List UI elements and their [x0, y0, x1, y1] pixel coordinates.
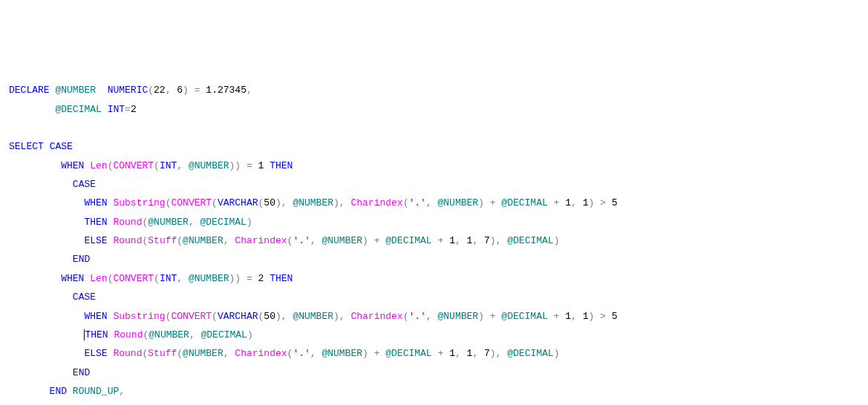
keyword-when: WHEN — [61, 160, 84, 171]
string-literal: '.' — [293, 348, 310, 359]
keyword-select: SELECT — [9, 141, 44, 152]
keyword-end: END — [50, 386, 67, 397]
code-line: WHEN Len(CONVERT(INT, @NUMBER)) = 1 THEN — [9, 160, 293, 171]
code-line: ELSE Round(Stuff(@NUMBER, Charindex('.',… — [9, 348, 559, 359]
number-literal: 1 — [565, 311, 571, 322]
comma: , — [455, 235, 461, 246]
close-paren: ) — [362, 235, 368, 246]
comma: , — [177, 160, 183, 171]
comma: , — [310, 235, 316, 246]
func-charindex: Charindex — [235, 235, 287, 246]
open-paren: ( — [212, 197, 218, 208]
comma: , — [426, 311, 432, 322]
variable-decimal: @DECIMAL — [501, 197, 547, 208]
variable-decimal: @DECIMAL — [385, 348, 431, 359]
plus-operator: + — [374, 348, 380, 359]
comma: , — [455, 348, 461, 359]
func-len: Len — [90, 273, 107, 284]
variable-decimal: @DECIMAL — [507, 235, 553, 246]
plus-operator: + — [554, 197, 560, 208]
close-paren: ) — [490, 348, 496, 359]
number-literal: 50 — [264, 311, 275, 322]
comma: , — [310, 348, 316, 359]
func-convert: CONVERT — [113, 273, 154, 284]
variable-number: @NUMBER — [322, 348, 362, 359]
variable-number: @NUMBER — [183, 235, 223, 246]
keyword-then: THEN — [270, 160, 293, 171]
close-paren: ) — [333, 311, 339, 322]
number-literal: 1 — [258, 160, 264, 171]
variable-number: @NUMBER — [322, 235, 362, 246]
variable-decimal: @DECIMAL — [201, 329, 247, 340]
alias-round-up: ROUND_UP — [73, 386, 119, 397]
keyword-when: WHEN — [84, 197, 107, 208]
variable-decimal: @DECIMAL — [385, 235, 431, 246]
number-literal: 2 — [258, 273, 264, 284]
keyword-when: WHEN — [61, 273, 84, 284]
comma: , — [223, 235, 229, 246]
plus-operator: + — [490, 197, 496, 208]
type-varchar: VARCHAR — [218, 311, 258, 322]
type-int: INT — [160, 273, 177, 284]
func-stuff: Stuff — [148, 348, 177, 359]
variable-number: @NUMBER — [149, 329, 189, 340]
open-paren: ( — [148, 85, 154, 96]
equals-operator: = — [125, 104, 131, 115]
func-convert: CONVERT — [171, 311, 212, 322]
comma: , — [166, 85, 172, 96]
close-paren: ) — [247, 217, 252, 228]
func-round: Round — [113, 217, 142, 228]
comma: , — [496, 348, 502, 359]
code-line: THEN Round(@NUMBER, @DECIMAL) — [9, 329, 253, 340]
gt-operator: > — [600, 311, 606, 322]
keyword-then: THEN — [84, 217, 107, 228]
variable-number: @NUMBER — [189, 273, 229, 284]
keyword-when: WHEN — [84, 311, 107, 322]
string-literal: '.' — [293, 235, 310, 246]
plus-operator: + — [374, 235, 380, 246]
open-paren: ( — [212, 311, 218, 322]
variable-decimal: @DECIMAL — [55, 104, 101, 115]
comma: , — [189, 329, 195, 340]
number-literal: 1 — [449, 348, 455, 359]
keyword-end: END — [73, 367, 90, 378]
close-paren: ) — [275, 311, 281, 322]
number-literal: 1 — [565, 197, 571, 208]
code-line: END — [9, 367, 90, 378]
close-paren: ) — [554, 348, 560, 359]
code-line: WHEN Substring(CONVERT(VARCHAR(50), @NUM… — [9, 197, 618, 208]
variable-decimal: @DECIMAL — [200, 217, 247, 228]
variable-number: @NUMBER — [189, 160, 229, 171]
comma: , — [571, 311, 577, 322]
comma: , — [119, 386, 125, 397]
keyword-then: THEN — [270, 273, 293, 284]
number-literal: 2 — [131, 104, 137, 115]
keyword-else: ELSE — [84, 235, 107, 246]
close-paren: ) — [478, 311, 484, 322]
close-paren: ) — [235, 273, 241, 284]
gt-operator: > — [600, 197, 606, 208]
comma: , — [281, 311, 287, 322]
code-line: WHEN Substring(CONVERT(VARCHAR(50), @NUM… — [9, 311, 618, 322]
numeric-scale: 6 — [177, 85, 183, 96]
code-line: WHEN Len(CONVERT(INT, @NUMBER)) = 2 THEN — [9, 273, 293, 284]
func-charindex: Charindex — [350, 197, 402, 208]
comma: , — [281, 197, 287, 208]
keyword-declare: DECLARE — [9, 85, 50, 96]
variable-number: @NUMBER — [183, 348, 223, 359]
close-paren: ) — [333, 197, 339, 208]
variable-decimal: @DECIMAL — [501, 311, 547, 322]
type-varchar: VARCHAR — [218, 197, 258, 208]
comma: , — [472, 348, 478, 359]
close-paren: ) — [275, 197, 281, 208]
variable-number: @NUMBER — [293, 311, 333, 322]
comma: , — [339, 197, 345, 208]
number-literal: 5 — [612, 197, 618, 208]
func-charindex: Charindex — [350, 311, 402, 322]
type-numeric: NUMERIC — [108, 85, 149, 96]
close-paren: ) — [247, 329, 253, 340]
number-literal: 5 — [612, 311, 618, 322]
code-line: END ROUND_UP, — [9, 386, 125, 397]
number-literal: 7 — [484, 235, 490, 246]
code-line: THEN Round(@NUMBER, @DECIMAL) — [9, 217, 252, 228]
